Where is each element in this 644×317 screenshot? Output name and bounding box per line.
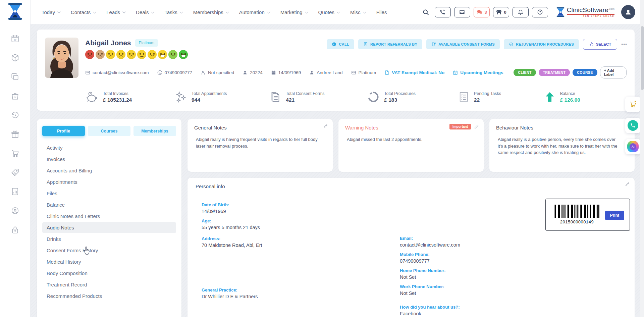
bell-icon	[518, 9, 524, 15]
mood-7-icon[interactable]	[148, 50, 157, 59]
tab-memberships[interactable]: Memberships	[133, 126, 176, 136]
vat-exempt-link[interactable]: VAT Exempt Medical: No	[384, 70, 444, 75]
available-consent-forms-button[interactable]: AVAILABLE CONSENT FORMS	[426, 39, 500, 49]
patient-membership: Platinum	[351, 70, 376, 75]
menu-clinic-notes-and-letters[interactable]: Clinic Notes and Letters	[42, 211, 176, 222]
copy-pages-icon[interactable]	[11, 72, 19, 81]
upcoming-meetings-link[interactable]: Upcoming Meetings	[453, 70, 503, 75]
mood-3-icon[interactable]	[106, 50, 115, 59]
add-label-button[interactable]: + Add Label	[600, 66, 627, 78]
mood-8-icon[interactable]	[158, 50, 167, 59]
edit-pencil-icon[interactable]	[323, 124, 328, 129]
mood-4-icon[interactable]	[116, 50, 125, 59]
nav-quotes[interactable]: Quotes	[318, 9, 339, 15]
documents-icon	[269, 91, 281, 103]
warning-notes-body: Abigail missed the last 2 appointments.	[345, 136, 477, 143]
menu-appointments[interactable]: Appointments	[42, 176, 176, 188]
nav-misc[interactable]: Misc	[350, 9, 365, 15]
select-button[interactable]: SELECT	[583, 39, 617, 50]
tab-courses[interactable]: Courses	[88, 126, 130, 136]
scrollbar-thumb[interactable]	[641, 26, 644, 90]
stat-pending-tasks: Pending Tasks22	[458, 91, 501, 103]
edit-pencil-icon[interactable]	[625, 182, 630, 187]
more-options-button[interactable]: •••	[621, 42, 627, 47]
field-age: Age: 55 years 5 months 21 days	[202, 218, 394, 230]
menu-files[interactable]: Files	[42, 188, 176, 199]
menu-body-composition[interactable]: Body Composition	[42, 268, 176, 279]
nav-automation[interactable]: Automation	[239, 9, 269, 15]
label-client: CLIENT	[514, 69, 536, 76]
menu-invoices[interactable]: Invoices	[42, 154, 176, 165]
chat-button[interactable]: 3	[474, 7, 490, 17]
history-icon[interactable]	[11, 111, 19, 119]
tab-profile[interactable]: Profile	[42, 126, 85, 136]
help-button[interactable]	[532, 7, 548, 17]
menu-drinks[interactable]: Drinks	[42, 233, 176, 245]
piggy-bank-icon	[85, 91, 99, 103]
menu-activity[interactable]: Activity	[42, 142, 176, 153]
warning-notes-card: Warning Notes Important Abigail missed t…	[338, 119, 484, 172]
nav-tasks[interactable]: Tasks	[164, 9, 182, 15]
donut-chart-icon	[367, 91, 380, 103]
mood-1-icon[interactable]	[85, 50, 94, 59]
reports-icon[interactable]	[11, 187, 19, 196]
nav-marketing[interactable]: Marketing	[280, 9, 307, 15]
menu-medical-history[interactable]: Medical History	[42, 256, 176, 267]
patient-barcode: 2015000000149 Print	[545, 199, 630, 231]
notifications-button[interactable]	[513, 7, 529, 17]
nav-files[interactable]: Files	[376, 9, 387, 15]
mood-10-icon[interactable]	[179, 50, 188, 59]
lock-icon[interactable]	[11, 225, 19, 234]
nav-memberships[interactable]: Memberships	[193, 9, 228, 15]
mood-6-icon[interactable]	[137, 50, 146, 59]
shop-button[interactable]: 0	[493, 7, 509, 17]
patient-dob: 14/09/1969	[271, 70, 301, 75]
ai-assistant-button[interactable]: AI	[625, 139, 641, 154]
report-referrals-button[interactable]: REPORT REFERRALS BY	[358, 39, 422, 49]
profile-tabs: Profile Courses Memberships	[42, 126, 176, 136]
inbox-button[interactable]	[454, 7, 470, 17]
menu-treatment-record[interactable]: Treatment Record	[42, 279, 176, 290]
sparkles-icon	[174, 91, 187, 103]
nav-leads[interactable]: Leads	[106, 9, 125, 15]
search-icon[interactable]	[422, 9, 429, 16]
quick-cart-button[interactable]	[625, 97, 641, 112]
calendar-icon[interactable]: 12	[11, 34, 19, 43]
nav-today[interactable]: Today	[42, 9, 60, 15]
dialer-button[interactable]	[435, 7, 451, 17]
basket-icon[interactable]	[11, 92, 19, 100]
gift-icon[interactable]	[11, 130, 19, 139]
menu-accounts-and-billing[interactable]: Accounts and Billing	[42, 165, 176, 176]
nav-contacts[interactable]: Contacts	[71, 9, 95, 15]
menu-audio-notes[interactable]: Audio Notes	[42, 222, 176, 233]
chevron-down-icon	[305, 10, 308, 13]
calendar-check-icon	[453, 70, 458, 75]
shop-cart-icon[interactable]	[11, 149, 19, 158]
toolbar: 3 0 ClinicSoftware.com TEN STEPS AHEAD	[422, 5, 644, 19]
products-cube-icon[interactable]	[11, 53, 19, 62]
menu-balance[interactable]: Balance	[42, 199, 176, 210]
field-how-did-you-hear: How did you hear about us?: Facebook	[400, 305, 592, 316]
phone-icon	[440, 9, 445, 15]
account-support-icon[interactable]	[11, 206, 19, 215]
print-barcode-button[interactable]: Print	[605, 211, 624, 220]
ai-icon: AI	[630, 143, 636, 150]
chat-bubbles-icon	[476, 9, 483, 15]
user-avatar[interactable]	[621, 5, 635, 19]
rejuvenation-procedures-button[interactable]: REJUVENATION PROCEDURES	[504, 39, 579, 49]
patient-email: contact@clinicsoftware.com	[85, 70, 149, 75]
edit-pencil-icon[interactable]	[474, 124, 479, 129]
call-button[interactable]: CALL	[327, 39, 354, 49]
mood-9-icon[interactable]	[168, 50, 177, 59]
menu-consent-forms-history[interactable]: Consent Forms History	[42, 245, 176, 256]
quick-call-button[interactable]	[625, 118, 641, 133]
card-icon	[351, 70, 356, 75]
price-tag-icon[interactable]	[11, 168, 19, 177]
nav-deals[interactable]: Deals	[136, 9, 153, 15]
field-mobile-phone: Mobile Phone: 07490009777	[400, 252, 592, 264]
mood-2-icon[interactable]	[96, 50, 105, 59]
stat-balance: Balance£ 126.00	[544, 91, 580, 103]
mood-5-icon[interactable]	[127, 50, 136, 59]
menu-recommended-products[interactable]: Recommended Products	[42, 290, 176, 302]
shop-icon	[496, 9, 502, 15]
